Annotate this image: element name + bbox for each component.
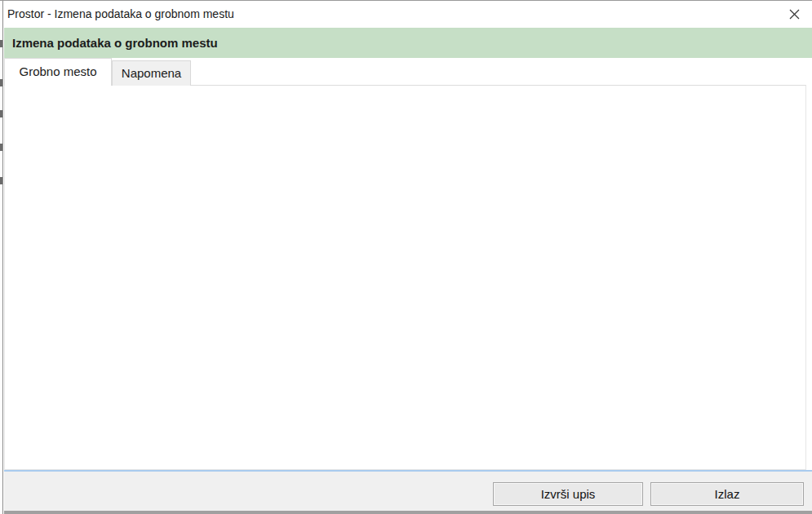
footer-bar: Izvrši upis Izlaz [4, 472, 812, 511]
window-title: Prostor - Izmena podataka o grobnom mest… [7, 1, 234, 28]
tab-napomena[interactable]: Napomena [112, 60, 191, 86]
background-text-fragment [0, 40, 2, 47]
izlaz-button[interactable]: Izlaz [650, 482, 804, 506]
section-header: Izmena podataka o grobnom mestu [4, 28, 812, 58]
background-text-fragment [0, 110, 2, 117]
background-text-fragment [0, 144, 2, 151]
background-text-fragment [0, 177, 2, 184]
tab-page-grobno-mesto [4, 85, 806, 470]
tab-grobno-mesto[interactable]: Grobno mesto [4, 58, 112, 86]
title-bar: Prostor - Izmena podataka o grobnom mest… [4, 1, 812, 28]
section-header-title: Izmena podataka o grobnom mestu [12, 28, 218, 58]
close-icon [789, 9, 800, 20]
window-bottom-edge [4, 511, 812, 514]
background-window-edge [0, 1, 3, 514]
close-button[interactable] [783, 4, 805, 24]
tip-grobnog-mesta-value: 22|Grobnica (Velika) [204, 170, 315, 192]
tab-strip: Grobno mesto Napomena [4, 58, 812, 85]
izvrsi-upis-button[interactable]: Izvrši upis [493, 482, 643, 506]
background-text-fragment [0, 79, 2, 86]
dialog-window: Prostor - Izmena podataka o grobnom mest… [0, 0, 812, 514]
